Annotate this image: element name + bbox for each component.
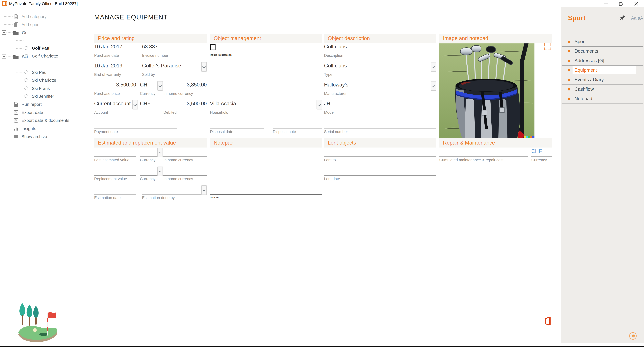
dropdown-chevron-icon[interactable] <box>316 100 322 109</box>
household-field[interactable]: Villa Acacia Household <box>210 99 322 115</box>
disposal-date-field[interactable]: Disposal date <box>210 118 264 134</box>
estimation-date-value[interactable] <box>94 184 136 195</box>
sold-by-value[interactable]: Golfer's Paradise <box>142 61 207 71</box>
est-currency2-field[interactable]: Currency <box>140 165 160 181</box>
dropdown-chevron-icon[interactable] <box>201 185 207 195</box>
description-field[interactable]: Golf clubs Description <box>324 42 436 58</box>
purchase-date-value[interactable]: 10 Jan 2017 <box>94 42 136 52</box>
expand-box-ski[interactable] <box>2 54 6 59</box>
pin-icon[interactable] <box>620 15 626 21</box>
debited-value[interactable]: 3,500.00 <box>164 99 207 109</box>
purchase-date-field[interactable]: 10 Jan 2017 Purchase date <box>94 42 136 58</box>
disposal-note-field[interactable]: Disposal note <box>273 118 322 134</box>
sidebar-item-golf[interactable]: Golf <box>13 28 30 37</box>
account-value[interactable]: Current account [CH <box>94 99 136 109</box>
panel-item-equipment[interactable]: Equipment <box>561 66 644 75</box>
sidebar-item-add-category[interactable]: Add category <box>14 12 46 20</box>
dropdown-chevron-icon[interactable] <box>430 62 436 71</box>
purchase-price-value[interactable]: 3,500.00 <box>94 80 136 90</box>
text-size-control[interactable]: Aa aA <box>631 16 643 21</box>
purchase-price-field[interactable]: 3,500.00 Purchase price <box>94 80 136 96</box>
sidebar-item-ski-paul[interactable]: Ski Paul <box>24 68 48 76</box>
back-button[interactable] <box>629 332 636 340</box>
restore-icon[interactable] <box>618 1 624 6</box>
payment-date-value[interactable] <box>94 118 176 128</box>
est-in-home1-value[interactable] <box>164 147 207 157</box>
account-currency-field[interactable]: CHF <box>140 99 160 110</box>
last-estimated-value[interactable] <box>94 147 136 157</box>
sidebar-item-golf-paul[interactable]: Golf Paul <box>24 44 50 52</box>
panel-item-events-diary[interactable]: Events / Diary <box>561 75 644 84</box>
panel-item-notepad[interactable]: Notepad <box>561 94 644 103</box>
est-in-home2-field[interactable]: In home currency <box>164 165 207 181</box>
lent-to-field[interactable]: Lent to <box>324 147 436 162</box>
est-currency1-field[interactable]: Currency <box>140 147 160 162</box>
account-field[interactable]: Current account [CH Account <box>94 99 136 115</box>
debited-field[interactable]: 3,500.00 Debited <box>164 99 207 115</box>
panel-item-documents[interactable]: Documents <box>561 47 644 56</box>
notepad-textarea[interactable] <box>210 148 322 195</box>
expand-box-golf[interactable] <box>2 30 6 35</box>
lent-date-field[interactable]: Lent date <box>324 165 436 181</box>
end-of-warranty-value[interactable]: 10 Jan 2019 <box>94 61 136 71</box>
last-estimated-value-field[interactable]: Last estimated value <box>94 147 136 162</box>
description-value[interactable]: Golf clubs <box>324 42 436 52</box>
manufacturer-value[interactable]: Halloway's <box>324 80 436 90</box>
in-home-currency-field[interactable]: 3,850.00 In home currency <box>164 80 207 96</box>
disposal-note-value[interactable] <box>273 118 322 128</box>
image-placeholder-selector[interactable] <box>544 43 551 50</box>
replacement-value[interactable] <box>94 165 136 176</box>
in-home-currency-value[interactable]: 3,850.00 <box>164 80 207 90</box>
serial-number-value[interactable] <box>324 118 436 128</box>
estimation-done-by-field[interactable]: Estimation done by <box>142 184 207 200</box>
payment-date-field[interactable]: Payment date <box>94 118 176 134</box>
repair-cost-field[interactable]: Cumulated maintenance & repair cost <box>439 147 528 162</box>
sold-by-field[interactable]: Golfer's Paradise Sold by <box>142 61 207 77</box>
panel-item-sport[interactable]: Sport <box>561 37 644 46</box>
minimize-icon[interactable] <box>604 1 608 6</box>
sidebar-item-golf-charlotte[interactable]: Golf Charlotte <box>24 52 58 60</box>
close-icon[interactable] <box>633 1 639 6</box>
model-field[interactable]: JH Model <box>324 99 436 115</box>
lent-to-value[interactable] <box>324 147 436 157</box>
account-currency-value[interactable]: CHF <box>140 99 160 109</box>
serial-number-field[interactable]: Serial number <box>324 118 436 134</box>
lent-date-value[interactable] <box>324 165 436 176</box>
dropdown-chevron-icon[interactable] <box>201 62 207 71</box>
type-field[interactable]: Golf clubs Type <box>324 61 436 77</box>
household-value[interactable]: Villa Acacia <box>210 99 322 109</box>
sidebar-item-ski-jennifer[interactable]: Ski Jennifer <box>24 92 54 100</box>
estimation-date-field[interactable]: Estimation date <box>94 184 136 200</box>
panel-item-addresses[interactable]: Addresses [G] <box>561 56 644 65</box>
disposal-date-value[interactable] <box>210 118 264 128</box>
estimation-done-by-value[interactable] <box>142 184 207 195</box>
sidebar-item-ski[interactable]: Ski <box>13 53 28 61</box>
est-in-home1-field[interactable]: In home currency <box>164 147 207 162</box>
manufacturer-field[interactable]: Halloway's Manufacturer <box>324 80 436 96</box>
include-in-succession-checkbox[interactable] <box>210 44 216 50</box>
replacement-value-field[interactable]: Replacement value <box>94 165 136 181</box>
dropdown-chevron-icon[interactable] <box>158 148 163 157</box>
dropdown-chevron-icon[interactable] <box>132 100 138 109</box>
sidebar-item-insights[interactable]: Insights <box>14 124 36 133</box>
currency-field[interactable]: CHF Currency <box>140 80 160 96</box>
sidebar-item-export-data-documents[interactable]: Export data & documents <box>14 116 69 124</box>
est-in-home2-value[interactable] <box>164 165 207 176</box>
sidebar-item-ski-frank[interactable]: Ski Frank <box>24 84 50 92</box>
repair-cost-value[interactable] <box>439 147 528 157</box>
model-value[interactable]: JH <box>324 99 436 109</box>
dropdown-chevron-icon[interactable] <box>158 81 163 91</box>
sidebar-item-ski-charlotte[interactable]: Ski Charlotte <box>24 76 56 84</box>
panel-item-cashflow[interactable]: Cashflow <box>561 85 644 94</box>
invoice-number-field[interactable]: 63 837 Invoice number <box>142 42 207 58</box>
sidebar-item-run-report[interactable]: Run report <box>14 100 42 108</box>
dropdown-chevron-icon[interactable] <box>430 81 436 91</box>
type-value[interactable]: Golf clubs <box>324 61 436 71</box>
end-of-warranty-field[interactable]: 10 Jan 2019 End of warranty <box>94 61 136 77</box>
equipment-photo[interactable] <box>439 43 534 138</box>
sidebar-item-export-data[interactable]: Export data <box>14 108 43 116</box>
sidebar-item-show-archive[interactable]: Show archive <box>14 132 47 141</box>
sidebar-item-add-sport[interactable]: Add sport <box>14 20 40 29</box>
invoice-number-value[interactable]: 63 837 <box>142 42 207 52</box>
dropdown-chevron-icon[interactable] <box>158 167 163 176</box>
